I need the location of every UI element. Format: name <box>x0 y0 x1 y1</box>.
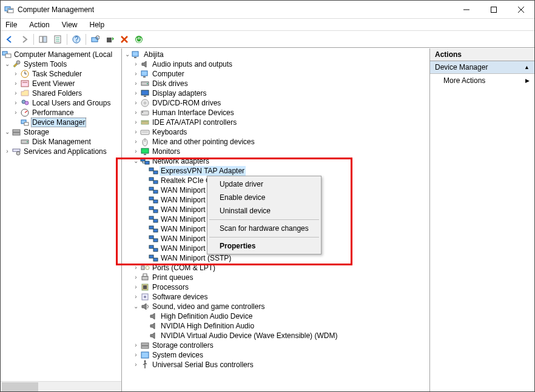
device-node[interactable]: ·WAN Miniport (SSTP) <box>123 253 429 263</box>
ctx-properties[interactable]: Properties <box>209 239 320 253</box>
expand-icon[interactable]: › <box>132 282 140 292</box>
nav-back-button[interactable] <box>3 33 16 46</box>
actions-section[interactable]: Device Manager ▲ <box>430 61 534 74</box>
scan-hardware-button[interactable] <box>89 33 102 46</box>
maximize-button[interactable] <box>480 1 507 18</box>
expand-icon[interactable]: › <box>132 137 140 147</box>
device-node[interactable]: ›Processors <box>123 282 429 292</box>
expand-icon[interactable]: › <box>132 108 140 118</box>
device-node[interactable]: ›Display adapters <box>123 88 429 98</box>
nav-forward-button[interactable] <box>18 33 31 46</box>
device-node[interactable]: ›Ports (COM & LPT) <box>123 263 429 273</box>
expand-icon[interactable]: › <box>132 127 140 137</box>
scroll-thumb[interactable] <box>2 382 38 391</box>
tree-item-shared-folders[interactable]: ›Shared Folders <box>2 88 121 98</box>
tree-root[interactable]: Computer Management (Local <box>2 50 121 59</box>
expand-icon[interactable]: › <box>132 147 140 156</box>
device-node[interactable]: ⌄Network adapters <box>123 156 429 166</box>
expand-icon[interactable]: › <box>132 292 140 302</box>
tree-group-services[interactable]: ›Services and Applications <box>2 147 121 156</box>
menu-view[interactable]: View <box>59 20 80 30</box>
collapse-icon[interactable]: ⌄ <box>123 50 132 59</box>
device-node[interactable]: ⌄Sound, video and game controllers <box>123 302 429 311</box>
tree-item-event-viewer[interactable]: ›Event Viewer <box>2 79 121 88</box>
svg-rect-35 <box>24 122 29 125</box>
actions-more[interactable]: More Actions ▶ <box>430 74 534 87</box>
horizontal-scrollbar[interactable] <box>1 381 121 391</box>
ctx-scan-hardware[interactable]: Scan for hardware changes <box>209 222 320 235</box>
device-node[interactable]: ·NVIDIA Virtual Audio Device (Wave Exten… <box>123 331 429 341</box>
device-node[interactable]: ⌄Abijita <box>123 50 429 59</box>
device-node[interactable]: ›Mice and other pointing devices <box>123 137 429 147</box>
clock-icon <box>20 69 30 79</box>
expand-icon[interactable]: › <box>132 59 140 69</box>
update-driver-button[interactable] <box>103 33 116 46</box>
device-node[interactable]: ·ExpressVPN TAP Adapter <box>123 166 429 176</box>
device-tree-pane[interactable]: ⌄Abijita›Audio inputs and outputs›Comput… <box>122 48 430 391</box>
uninstall-button[interactable] <box>118 33 131 46</box>
help-button[interactable]: ? <box>70 33 83 46</box>
expand-icon[interactable]: › <box>12 88 20 98</box>
expand-icon[interactable]: › <box>132 69 140 79</box>
minimize-button[interactable] <box>453 1 480 18</box>
tree-group-system-tools[interactable]: ⌄ System Tools <box>2 59 121 69</box>
expand-icon[interactable]: › <box>132 341 140 350</box>
menu-help[interactable]: Help <box>87 20 107 30</box>
svg-rect-76 <box>149 216 153 219</box>
collapse-icon[interactable]: ⌄ <box>3 127 12 137</box>
properties-button[interactable] <box>51 33 64 46</box>
collapse-icon[interactable]: ⌄ <box>132 156 140 166</box>
expand-icon[interactable]: › <box>132 263 140 273</box>
device-node[interactable]: ›Human Interface Devices <box>123 108 429 118</box>
device-node[interactable]: ›Software devices <box>123 292 429 302</box>
expand-icon[interactable]: › <box>12 98 20 108</box>
device-node[interactable]: ›System devices <box>123 350 429 360</box>
tree-group-storage[interactable]: ⌄Storage <box>2 127 121 137</box>
expand-icon[interactable]: › <box>132 360 140 370</box>
expand-icon[interactable]: › <box>132 350 140 360</box>
device-node[interactable]: ›DVD/CD-ROM drives <box>123 98 429 108</box>
close-button[interactable] <box>507 1 534 18</box>
enable-button[interactable] <box>132 33 146 46</box>
expand-icon[interactable]: › <box>3 147 12 156</box>
device-node[interactable]: ›Monitors <box>123 147 429 156</box>
tree-item-disk-management[interactable]: ·Disk Management <box>2 137 121 147</box>
expand-icon[interactable]: › <box>12 79 20 88</box>
expand-icon[interactable]: › <box>132 79 140 88</box>
collapse-icon[interactable]: ⌄ <box>132 302 140 311</box>
svg-rect-45 <box>143 76 146 78</box>
expand-icon[interactable]: › <box>12 69 20 79</box>
device-node[interactable]: ›Print queues <box>123 273 429 282</box>
device-node[interactable]: ·High Definition Audio Device <box>123 311 429 321</box>
tree-item-local-users[interactable]: ›Local Users and Groups <box>2 98 121 108</box>
device-node[interactable]: ›Universal Serial Bus controllers <box>123 360 429 370</box>
nic-icon <box>149 195 158 205</box>
expand-icon[interactable]: › <box>132 118 140 127</box>
menu-file[interactable]: File <box>3 20 19 30</box>
svg-rect-88 <box>142 276 148 280</box>
console-tree-pane[interactable]: Computer Management (Local ⌄ System Tool… <box>1 48 122 391</box>
ctx-uninstall-device[interactable]: Uninstall device <box>209 204 320 218</box>
device-label: Universal Serial Bus controllers <box>151 360 255 370</box>
show-hide-tree-button[interactable] <box>36 33 50 46</box>
tree-item-performance[interactable]: ›Performance <box>2 108 121 118</box>
tree-item-task-scheduler[interactable]: ›Task Scheduler <box>2 69 121 79</box>
expand-icon[interactable]: › <box>132 98 140 108</box>
device-node[interactable]: ·NVIDIA High Definition Audio <box>123 321 429 331</box>
device-node[interactable]: ›Disk drives <box>123 79 429 88</box>
expand-icon[interactable]: › <box>132 273 140 282</box>
device-node[interactable]: ›Audio inputs and outputs <box>123 59 429 69</box>
expand-icon[interactable]: › <box>12 108 20 118</box>
device-node[interactable]: ›IDE ATA/ATAPI controllers <box>123 118 429 127</box>
ctx-update-driver[interactable]: Update driver <box>209 178 320 191</box>
device-node[interactable]: ›Computer <box>123 69 429 79</box>
device-node[interactable]: ›Storage controllers <box>123 341 429 350</box>
ctx-enable-device[interactable]: Enable device <box>209 191 320 204</box>
collapse-icon[interactable]: ⌄ <box>3 59 12 69</box>
collapse-icon[interactable]: ▲ <box>524 64 530 70</box>
tree-item-device-manager[interactable]: ·Device Manager <box>2 118 121 127</box>
menu-action[interactable]: Action <box>27 20 52 30</box>
svg-point-39 <box>27 141 28 142</box>
expand-icon[interactable]: › <box>132 88 140 98</box>
device-node[interactable]: ›Keyboards <box>123 127 429 137</box>
